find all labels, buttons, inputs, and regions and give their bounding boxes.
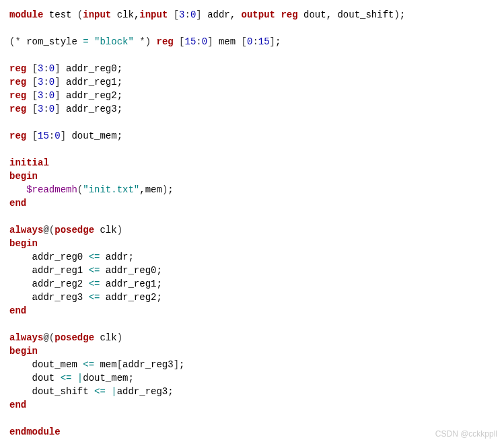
code-line: (* rom_style = "block" *) reg [15:0] mem… — [9, 36, 281, 47]
keyword-begin: begin — [9, 171, 38, 182]
keyword-module: module — [9, 9, 43, 20]
code-line: reg [3:0] addr_reg3; — [9, 104, 122, 114]
string-literal: "block" — [94, 36, 134, 47]
string-literal: "init.txt" — [83, 184, 139, 195]
keyword-input: input — [83, 9, 111, 20]
code-line: reg [3:0] addr_reg1; — [9, 77, 122, 87]
keyword-reg: reg — [281, 9, 297, 20]
code-line: reg [3:0] addr_reg0; — [9, 63, 122, 74]
watermark-text: CSDN @cckkppll — [435, 427, 497, 441]
code-line: dout <= |dout_mem; — [9, 373, 134, 383]
system-task: $readmemh — [26, 184, 77, 195]
reduction-or-op: | — [77, 373, 83, 383]
code-line: end — [9, 305, 26, 316]
code-block: module test (input clk,input [3:0] addr,… — [0, 0, 504, 446]
keyword-always: always — [9, 225, 43, 235]
code-line: addr_reg1 <= addr_reg0; — [9, 265, 162, 276]
code-line: initial — [9, 157, 49, 168]
keyword-initial: initial — [9, 157, 49, 168]
code-line: endmodule — [9, 426, 61, 437]
keyword-end: end — [9, 198, 26, 209]
keyword-posedge: posedge — [55, 225, 94, 235]
keyword-endmodule: endmodule — [9, 426, 61, 437]
code-line: module test (input clk,input [3:0] addr,… — [9, 9, 405, 20]
code-line: end — [9, 400, 26, 410]
code-line: begin — [9, 238, 38, 249]
code-line: addr_reg2 <= addr_reg1; — [9, 278, 162, 289]
code-line: begin — [9, 171, 38, 182]
code-line: always@(posedge clk) — [9, 332, 122, 343]
keyword-output: output — [242, 9, 275, 20]
code-line: addr_reg0 <= addr; — [9, 252, 134, 262]
code-line: reg [3:0] addr_reg2; — [9, 90, 122, 101]
code-line: reg [15:0] dout_mem; — [9, 131, 122, 141]
code-line: dout_mem <= mem[addr_reg3]; — [9, 359, 185, 370]
code-line: $readmemh("init.txt",mem); — [9, 184, 174, 195]
code-line: addr_reg3 <= addr_reg2; — [9, 292, 162, 303]
nonblocking-op: <= — [89, 252, 100, 262]
code-line: end — [9, 198, 26, 209]
code-line: begin — [9, 346, 38, 357]
code-line: dout_shift <= |addr_reg3; — [9, 386, 174, 397]
code-line: always@(posedge clk) — [9, 225, 122, 235]
